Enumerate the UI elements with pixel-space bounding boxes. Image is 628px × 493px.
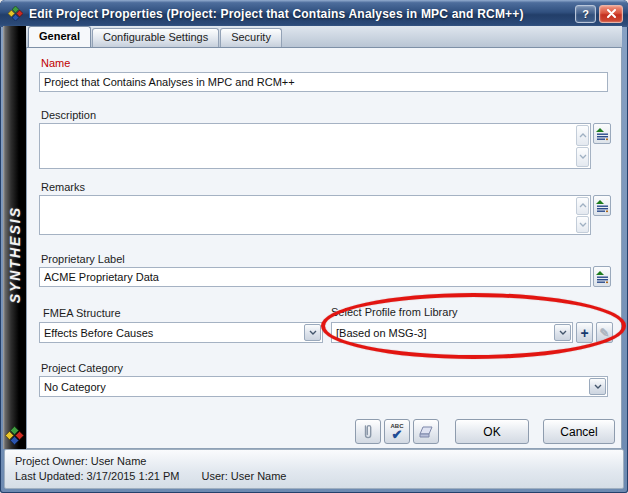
tab-configurable-settings[interactable]: Configurable Settings [92, 28, 219, 47]
remarks-scrollbar[interactable] [575, 196, 590, 234]
chevron-down-icon[interactable] [304, 324, 321, 341]
proprietary-label-label: Proprietary Label [41, 253, 125, 265]
chevron-down-icon[interactable] [589, 378, 606, 395]
pencil-icon: ✎ [599, 326, 609, 340]
plus-icon: + [580, 325, 588, 341]
remarks-expand-editor-button[interactable] [593, 195, 611, 216]
scroll-up-icon[interactable] [576, 197, 589, 215]
scroll-down-icon[interactable] [576, 216, 589, 234]
last-updated-status: Last Updated: 3/17/2015 1:21 PMUser: Use… [15, 469, 623, 484]
tab-strip: General Configurable Settings Security [26, 26, 622, 47]
chevron-down-icon[interactable] [554, 324, 571, 341]
description-textarea-wrap [39, 123, 591, 169]
description-expand-editor-button[interactable] [593, 123, 611, 144]
tab-security[interactable]: Security [220, 28, 282, 47]
profile-value: [Based on MSG-3] [332, 327, 554, 339]
remarks-label: Remarks [41, 181, 85, 193]
scroll-up-icon[interactable] [576, 125, 589, 146]
window-title: Edit Project Properties (Project: Projec… [29, 7, 575, 21]
description-textarea[interactable] [40, 124, 575, 168]
name-label: Name [41, 57, 70, 69]
cancel-button[interactable]: Cancel [543, 419, 615, 444]
last-updated-text: Last Updated: 3/17/2015 1:21 PM [15, 470, 180, 482]
user-text: User: User Name [202, 470, 287, 482]
fmea-structure-select[interactable]: Effects Before Causes [39, 322, 323, 343]
title-bar: Edit Project Properties (Project: Projec… [0, 0, 628, 27]
description-label: Description [41, 109, 96, 121]
project-owner-status: Project Owner: User Name [15, 454, 623, 469]
clear-formatting-button[interactable] [413, 419, 439, 444]
help-button[interactable]: ? [575, 5, 596, 23]
check-icon: ✔ [392, 429, 403, 441]
fmea-structure-value: Effects Before Causes [40, 327, 304, 339]
synthesis-app-icon [8, 6, 23, 21]
brand-strip: SYNTHESIS [3, 26, 26, 449]
remarks-textarea-wrap [39, 195, 591, 235]
project-category-label: Project Category [41, 362, 123, 374]
expand-editor-icon [596, 127, 609, 141]
general-tab-panel: Name Description Remarks [26, 47, 622, 449]
name-input[interactable] [39, 72, 608, 92]
scroll-down-icon[interactable] [576, 147, 589, 168]
select-profile-label: Select Profile from Library [331, 306, 458, 318]
description-scrollbar[interactable] [575, 124, 590, 168]
status-bar: Project Owner: User Name Last Updated: 3… [4, 449, 624, 489]
attach-file-button[interactable] [355, 419, 381, 444]
fmea-structure-label: FMEA Structure [43, 307, 121, 319]
synthesis-brand-text: SYNTHESIS [7, 206, 23, 303]
expand-editor-icon [596, 270, 609, 284]
tab-general[interactable]: General [28, 26, 91, 47]
close-icon [607, 9, 616, 18]
add-profile-button[interactable]: + [576, 322, 593, 343]
project-category-select[interactable]: No Category [39, 376, 608, 397]
proprietary-label-input[interactable] [39, 267, 591, 287]
expand-editor-icon [596, 199, 609, 213]
project-category-value: No Category [40, 381, 589, 393]
edit-profile-button[interactable]: ✎ [596, 322, 613, 343]
remarks-textarea[interactable] [40, 196, 575, 234]
paperclip-icon [362, 423, 374, 440]
ok-button[interactable]: OK [455, 419, 529, 444]
synthesis-logo-icon [5, 426, 24, 445]
close-button[interactable] [599, 5, 623, 23]
eraser-icon [418, 426, 434, 438]
proprietary-expand-editor-button[interactable] [593, 266, 611, 287]
profile-select[interactable]: [Based on MSG-3] [331, 322, 573, 343]
edit-project-properties-dialog: Edit Project Properties (Project: Projec… [0, 0, 628, 493]
spell-check-button[interactable]: ABC ✔ [384, 419, 410, 444]
